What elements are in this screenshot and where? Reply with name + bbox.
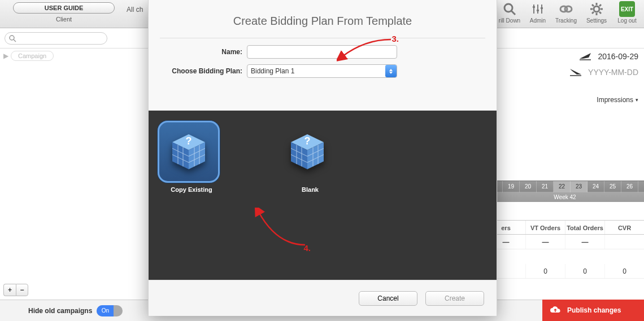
add-button[interactable]: + xyxy=(3,284,16,296)
table-cell: — xyxy=(565,235,604,249)
template-picker: ? Copy Existing xyxy=(149,111,497,280)
plane-depart-icon xyxy=(578,51,593,63)
magnifier-icon xyxy=(502,1,517,17)
modal-footer: Cancel Create xyxy=(149,280,497,316)
svg-line-1 xyxy=(511,11,515,15)
svg-point-9 xyxy=(565,6,572,12)
svg-line-17 xyxy=(592,12,594,14)
name-label: Name: xyxy=(158,48,242,56)
template-label: Copy Existing xyxy=(158,186,225,193)
template-blank[interactable]: ? Blank xyxy=(276,121,344,270)
svg-text:?: ? xyxy=(304,135,311,147)
hide-old-label: Hide old campaigns xyxy=(28,307,92,315)
week-label: Week 42 xyxy=(486,192,644,202)
svg-point-19 xyxy=(10,36,14,40)
all-channels-label: All ch xyxy=(127,6,143,14)
table-row: — — — xyxy=(486,235,644,249)
name-input[interactable] xyxy=(247,45,397,59)
plane-arrive-icon xyxy=(569,67,584,78)
plan-select[interactable]: Bidding Plan 1 xyxy=(247,64,397,78)
day-cell[interactable]: 22 xyxy=(554,181,571,192)
sliders-icon xyxy=(530,1,546,17)
create-button[interactable]: Create xyxy=(425,291,484,306)
table-header[interactable]: VT Orders xyxy=(525,221,565,234)
svg-rect-6 xyxy=(537,10,539,11)
svg-line-16 xyxy=(599,12,601,14)
search-icon xyxy=(8,34,16,44)
day-cell[interactable]: 25 xyxy=(604,181,621,192)
day-cell[interactable]: 20 xyxy=(520,181,537,192)
table-cell xyxy=(604,235,644,249)
link-icon xyxy=(558,1,574,17)
cube-icon: ? xyxy=(168,131,210,173)
table-cell: 0 xyxy=(565,264,604,278)
table-cell: 0 xyxy=(525,264,565,278)
svg-line-20 xyxy=(14,39,16,42)
chevron-down-icon: ▾ xyxy=(636,97,638,103)
calendar-timeline: 18 19 20 21 22 23 24 25 26 Week 42 xyxy=(486,181,644,202)
cube-icon: ? xyxy=(286,131,328,173)
svg-point-10 xyxy=(594,6,599,12)
table-row: 0 0 0 xyxy=(486,264,644,279)
breadcrumb-campaign[interactable]: Campaign xyxy=(11,51,54,61)
cloud-upload-icon xyxy=(549,306,562,315)
date-range-panel: 2016-09-29 YYYY-MM-DD xyxy=(542,49,644,80)
template-label: Blank xyxy=(276,186,344,193)
template-copy-existing[interactable]: ? Copy Existing xyxy=(158,121,225,270)
date-to[interactable]: YYYY-MM-DD xyxy=(588,68,638,77)
svg-text:?: ? xyxy=(186,135,192,147)
drilldown-button[interactable]: rill Down xyxy=(496,1,523,24)
publish-button[interactable]: Publish changes xyxy=(542,300,644,321)
modal-title: Create Bidding Plan From Template xyxy=(158,15,488,28)
stepper-icon xyxy=(385,65,397,77)
cancel-button[interactable]: Cancel xyxy=(359,291,417,306)
day-cell[interactable]: 24 xyxy=(588,181,604,192)
user-guide-button[interactable]: USER GUIDE xyxy=(13,2,115,14)
create-bidding-plan-modal: Create Bidding Plan From Template Name: … xyxy=(148,0,497,316)
table-header[interactable]: CVR xyxy=(604,221,644,234)
admin-button[interactable]: Admin xyxy=(526,1,549,24)
day-cell[interactable]: 21 xyxy=(537,181,554,192)
client-label: Client xyxy=(3,16,124,23)
day-cell[interactable]: 19 xyxy=(503,181,520,192)
breadcrumb: ▶ Campaign xyxy=(3,51,54,61)
search-input[interactable] xyxy=(5,32,107,45)
svg-rect-7 xyxy=(541,7,543,9)
table-cell: 0 xyxy=(604,264,644,278)
table-cell: — xyxy=(525,235,565,249)
gear-icon xyxy=(589,1,604,17)
divider xyxy=(160,38,485,38)
settings-button[interactable]: Settings xyxy=(583,1,610,24)
day-cell[interactable]: 26 xyxy=(621,181,638,192)
chevron-right-icon: ▶ xyxy=(3,52,8,60)
metric-dropdown[interactable]: Impressions ▾ xyxy=(597,96,638,104)
table-header[interactable]: Total Orders xyxy=(565,221,604,234)
tracking-button[interactable]: Tracking xyxy=(552,1,580,24)
plan-select-value: Bidding Plan 1 xyxy=(247,64,397,78)
day-cell[interactable]: 23 xyxy=(571,181,588,192)
logout-button[interactable]: EXIT Log out xyxy=(613,1,641,24)
hide-old-toggle[interactable]: On xyxy=(97,305,123,316)
remove-button[interactable]: − xyxy=(16,284,28,296)
table-header-row: ers VT Orders Total Orders CVR xyxy=(486,220,644,235)
exit-icon: EXIT xyxy=(619,1,635,17)
date-from[interactable]: 2016-09-29 xyxy=(598,52,638,61)
svg-line-15 xyxy=(592,5,594,6)
svg-line-18 xyxy=(599,5,601,6)
svg-point-0 xyxy=(504,4,512,12)
choose-plan-label: Choose Bidding Plan: xyxy=(158,67,242,75)
svg-rect-5 xyxy=(533,6,535,8)
